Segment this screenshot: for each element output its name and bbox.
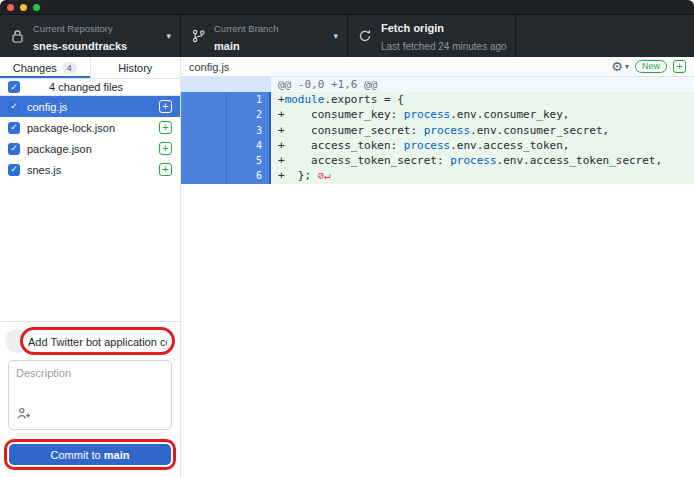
diff-line-code: + }; ⊘↵ bbox=[271, 168, 694, 183]
commit-button-annotation-highlight: Commit to main bbox=[4, 439, 176, 470]
commit-to-main-button[interactable]: Commit to main bbox=[9, 444, 171, 465]
old-line-number bbox=[181, 168, 226, 183]
file-row-package-lock.json[interactable]: ✓package-lock.json+ bbox=[0, 117, 180, 138]
select-all-checkbox[interactable]: ✓ bbox=[8, 81, 20, 93]
diff-line-code: + access_token_secret: process.env.acces… bbox=[271, 153, 694, 168]
repository-name: snes-soundtracks bbox=[33, 40, 127, 52]
sidebar-tabs: Changes 4 History bbox=[0, 57, 180, 79]
lock-icon bbox=[9, 29, 25, 44]
changed-files-header: ✓ 4 changed files bbox=[0, 79, 180, 96]
file-checkbox[interactable]: ✓ bbox=[8, 101, 20, 113]
current-branch-dropdown[interactable]: Current Branch main ▾ bbox=[181, 15, 348, 57]
diff-line-2[interactable]: 2+ consumer_key: process.env.consumer_ke… bbox=[181, 107, 694, 122]
file-row-snes.js[interactable]: ✓snes.js+ bbox=[0, 159, 180, 180]
new-line-number: 6 bbox=[226, 168, 271, 183]
sync-icon bbox=[357, 29, 373, 43]
file-name: snes.js bbox=[27, 164, 159, 176]
commit-description-input[interactable] bbox=[9, 361, 171, 411]
file-checkbox[interactable]: ✓ bbox=[8, 143, 20, 155]
hunk-header-text: @@ -0,0 +1,6 @@ bbox=[271, 77, 694, 92]
new-file-badge: New bbox=[635, 60, 667, 73]
chevron-down-icon: ▾ bbox=[625, 62, 629, 71]
commit-description-box bbox=[8, 360, 172, 430]
file-checkbox[interactable]: ✓ bbox=[8, 164, 20, 176]
git-branch-icon bbox=[190, 29, 206, 43]
diff-line-6[interactable]: 6+ }; ⊘↵ bbox=[181, 168, 694, 183]
file-name: package.json bbox=[27, 143, 159, 155]
current-repository-dropdown[interactable]: Current Repository snes-soundtracks ▾ bbox=[0, 15, 181, 57]
diff-line-5[interactable]: 5+ access_token_secret: process.env.acce… bbox=[181, 153, 694, 168]
old-line-number bbox=[181, 138, 226, 153]
diff-body: @@ -0,0 +1,6 @@ 1+module.exports = {2+ c… bbox=[181, 77, 694, 184]
changes-count-badge: 4 bbox=[62, 62, 77, 74]
diff-options-dropdown[interactable]: ⚙ ▾ bbox=[611, 60, 629, 73]
diff-line-code: + consumer_key: process.env.consumer_key… bbox=[271, 107, 694, 122]
file-name: config.js bbox=[27, 101, 159, 113]
added-status-icon: + bbox=[159, 121, 172, 134]
commit-summary-row bbox=[5, 327, 175, 355]
close-window-button[interactable] bbox=[7, 4, 14, 11]
diff-panel: config.js ⚙ ▾ New + @@ -0,0 +1,6 @@ 1+mo… bbox=[181, 57, 694, 477]
file-checkbox[interactable]: ✓ bbox=[8, 122, 20, 134]
summary-annotation-highlight bbox=[20, 327, 175, 355]
diff-empty-area bbox=[181, 184, 694, 477]
new-line-number: 1 bbox=[226, 92, 271, 107]
diff-line-3[interactable]: 3+ consumer_secret: process.env.consumer… bbox=[181, 123, 694, 138]
diff-header: config.js ⚙ ▾ New + bbox=[181, 57, 694, 77]
file-row-config.js[interactable]: ✓config.js+ bbox=[0, 96, 180, 117]
add-coauthor-icon[interactable] bbox=[17, 406, 31, 424]
toolbar: Current Repository snes-soundtracks ▾ Cu… bbox=[0, 14, 694, 57]
hunk-header-row[interactable]: @@ -0,0 +1,6 @@ bbox=[181, 77, 694, 92]
github-desktop-window: Current Repository snes-soundtracks ▾ Cu… bbox=[0, 0, 694, 477]
fetch-origin-button[interactable]: Fetch origin Last fetched 24 minutes ago bbox=[348, 15, 516, 57]
diff-lines: 1+module.exports = {2+ consumer_key: pro… bbox=[181, 92, 694, 184]
tab-changes-label: Changes bbox=[13, 62, 57, 74]
toolbar-empty-area bbox=[516, 15, 694, 57]
old-line-number bbox=[181, 107, 226, 122]
added-status-icon: + bbox=[159, 142, 172, 155]
file-list: ✓config.js+✓package-lock.json+✓package.j… bbox=[0, 96, 180, 180]
added-status-icon: + bbox=[159, 163, 172, 176]
diff-line-4[interactable]: 4+ access_token: process.env.access_toke… bbox=[181, 138, 694, 153]
fetch-detail: Last fetched 24 minutes ago bbox=[381, 41, 507, 52]
new-line-number: 2 bbox=[226, 107, 271, 122]
commit-form: Commit to main bbox=[0, 321, 180, 477]
old-line-number bbox=[181, 153, 226, 168]
tab-history[interactable]: History bbox=[91, 57, 181, 78]
gear-icon: ⚙ bbox=[611, 60, 623, 73]
tab-changes[interactable]: Changes 4 bbox=[0, 57, 91, 78]
changes-sidebar: Changes 4 History ✓ 4 changed files ✓con… bbox=[0, 57, 181, 477]
old-line-number bbox=[181, 123, 226, 138]
file-name: package-lock.json bbox=[27, 122, 159, 134]
diff-line-1[interactable]: 1+module.exports = { bbox=[181, 92, 694, 107]
chevron-down-icon: ▾ bbox=[333, 31, 338, 41]
old-line-number bbox=[181, 92, 226, 107]
diff-file-name: config.js bbox=[189, 61, 229, 73]
diff-line-code: + access_token: process.env.access_token… bbox=[271, 138, 694, 153]
branch-label: Current Branch bbox=[214, 23, 278, 34]
branch-name: main bbox=[214, 40, 240, 52]
sidebar-empty-space bbox=[0, 180, 180, 321]
new-line-number: 4 bbox=[226, 138, 271, 153]
repository-label: Current Repository bbox=[33, 23, 113, 34]
new-line-number: 5 bbox=[226, 153, 271, 168]
tab-history-label: History bbox=[118, 62, 152, 74]
minimize-window-button[interactable] bbox=[20, 4, 27, 11]
expand-diff-button[interactable]: + bbox=[673, 60, 686, 73]
changed-files-count: 4 changed files bbox=[49, 81, 123, 93]
fetch-label: Fetch origin bbox=[381, 22, 444, 34]
added-status-icon: + bbox=[159, 100, 172, 113]
new-line-number: 3 bbox=[226, 123, 271, 138]
chevron-down-icon: ▾ bbox=[166, 31, 171, 41]
commit-summary-input[interactable] bbox=[28, 336, 167, 348]
zoom-window-button[interactable] bbox=[33, 4, 40, 11]
hunk-gutter bbox=[181, 77, 271, 92]
file-row-package.json[interactable]: ✓package.json+ bbox=[0, 138, 180, 159]
diff-line-code: + consumer_secret: process.env.consumer_… bbox=[271, 123, 694, 138]
titlebar bbox=[0, 0, 694, 14]
diff-line-code: +module.exports = { bbox=[271, 92, 694, 107]
